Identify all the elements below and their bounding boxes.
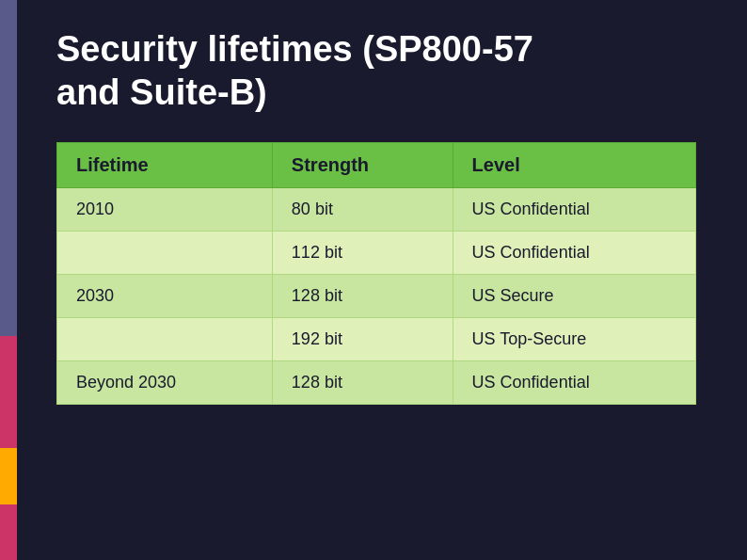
cell-level: US Top-Secure xyxy=(453,318,695,361)
page-title: Security lifetimes (SP800-57 and Suite-B… xyxy=(56,28,709,114)
cell-lifetime: 2030 xyxy=(57,275,273,318)
cell-lifetime xyxy=(57,232,273,275)
table-row: 112 bitUS Confidential xyxy=(57,232,696,275)
table-row: Beyond 2030128 bitUS Confidential xyxy=(57,361,696,405)
cell-level: US Secure xyxy=(453,275,695,318)
table-row: 201080 bitUS Confidential xyxy=(57,188,696,232)
cell-lifetime: Beyond 2030 xyxy=(57,361,273,405)
security-table: Lifetime Strength Level 201080 bitUS Con… xyxy=(56,142,696,405)
main-content: Security lifetimes (SP800-57 and Suite-B… xyxy=(28,0,747,560)
cell-level: US Confidential xyxy=(453,188,695,232)
table-row: 2030128 bitUS Secure xyxy=(57,275,696,318)
table-row: 192 bitUS Top-Secure xyxy=(57,318,696,361)
table-header-row: Lifetime Strength Level xyxy=(57,143,696,188)
cell-strength: 128 bit xyxy=(272,361,453,405)
cell-lifetime: 2010 xyxy=(57,188,273,232)
cell-strength: 80 bit xyxy=(272,188,453,232)
cell-lifetime xyxy=(57,318,273,361)
col-header-strength: Strength xyxy=(272,143,453,188)
cell-strength: 128 bit xyxy=(272,275,453,318)
cell-strength: 112 bit xyxy=(272,232,453,275)
cell-strength: 192 bit xyxy=(272,318,453,361)
side-accent xyxy=(0,0,17,560)
cell-level: US Confidential xyxy=(453,232,695,275)
col-header-level: Level xyxy=(453,143,695,188)
col-header-lifetime: Lifetime xyxy=(57,143,273,188)
cell-level: US Confidential xyxy=(453,361,695,405)
